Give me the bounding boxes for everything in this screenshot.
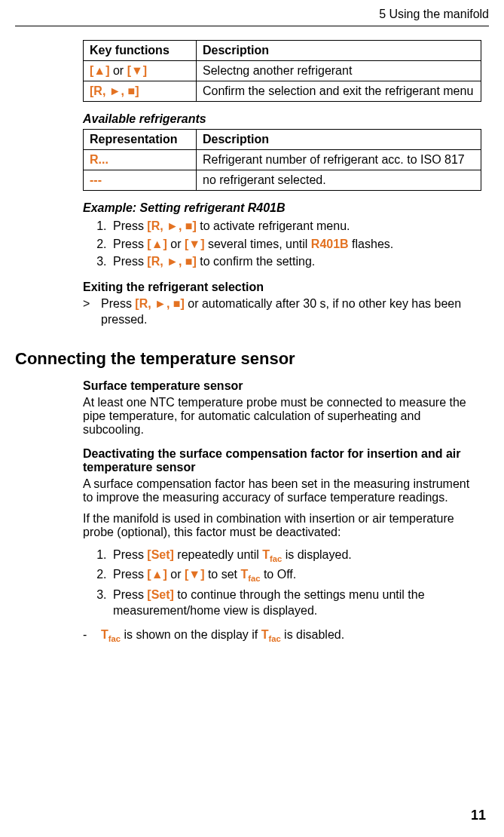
text: Press	[113, 238, 147, 250]
sep-or: or	[110, 64, 127, 77]
cell-desc: Refrigerant number of refrigerant acc. t…	[197, 150, 481, 170]
deactivate-p1: A surface compensation factor has been s…	[83, 477, 481, 504]
text: Press	[113, 568, 147, 581]
key-up: [▲]	[147, 568, 167, 581]
section-number: 5.1.2.	[0, 349, 15, 369]
running-header: 5 Using the manifold	[15, 8, 489, 21]
th-description: Description	[197, 41, 481, 61]
text: Press	[113, 219, 147, 232]
dash-icon: -	[83, 627, 101, 645]
th-description: Description	[197, 130, 481, 150]
list-item: - Tfac is shown on the display if Tfac i…	[83, 627, 481, 645]
tfac-symbol: Tfac	[261, 628, 281, 641]
th-representation: Representation	[84, 130, 197, 150]
bullet-icon: >	[83, 296, 101, 328]
key-set: [Set]	[147, 548, 174, 561]
text: or	[167, 568, 185, 581]
exit-heading: Exiting the refrigerant selection	[83, 281, 481, 294]
cell-desc: Selectng another refrigerant	[197, 61, 481, 81]
text: is shown on the display if	[121, 628, 261, 641]
table-row: --- no refrigerant selected.	[84, 170, 481, 191]
example-heading: Example: Setting refrigerant R401B	[83, 201, 481, 215]
tfac-symbol: Tfac	[101, 628, 121, 641]
list-item: Press [▲] or [▼] to set Tfac to Off.	[110, 566, 481, 584]
text: or	[167, 238, 185, 250]
rep-r: R...	[90, 153, 108, 166]
key-down: [▼]	[185, 238, 205, 250]
key-confirm: [R, ►, ■]	[147, 255, 197, 268]
subhead-available-refrigerants: Available refrigerants	[83, 112, 481, 126]
deactivate-p2: If the manifold is used in combination w…	[83, 512, 481, 539]
text: repeatedly until	[174, 548, 262, 561]
tfac-symbol: Tfac	[262, 548, 282, 561]
surface-heading: Surface temperature sensor	[83, 379, 481, 393]
example-steps: Press [R, ►, ■] to activate refrigerant …	[83, 218, 481, 270]
section-heading: 5.1.2. Connecting the temperature sensor	[15, 349, 489, 369]
cell-desc: Confirm the selection and exit the refri…	[197, 81, 481, 102]
section-title: Connecting the temperature sensor	[15, 349, 295, 369]
tfac-symbol: Tfac	[241, 568, 261, 581]
text: to confirm the setting.	[197, 255, 315, 268]
key-up: [▲]	[147, 238, 167, 250]
surface-body: At least one NTC temperature probe must …	[83, 396, 481, 437]
result-list: - Tfac is shown on the display if Tfac i…	[83, 627, 481, 645]
key-set: [Set]	[147, 588, 174, 601]
page-number: 11	[471, 808, 486, 823]
list-item: Press [Set] repeatedly until Tfac is dis…	[110, 547, 481, 565]
list-item: Press [R, ►, ■] to confirm the setting.	[110, 253, 481, 270]
deactivate-heading: Deactivating the surface compensation fa…	[83, 447, 481, 474]
text: is disabled.	[281, 628, 345, 641]
header-rule	[15, 26, 489, 26]
text: to activate refrigerant menu.	[197, 219, 350, 232]
text: Press	[113, 255, 147, 268]
refrigerants-table: Representation Description R... Refriger…	[83, 129, 481, 191]
cell-desc: no refrigerant selected.	[197, 170, 481, 191]
list-item: > Press [R, ►, ■] or automatically after…	[83, 296, 481, 328]
list-item: Press [▲] or [▼] several times, until R4…	[110, 236, 481, 253]
refrigerant-code: R401B	[311, 238, 349, 250]
key-confirm: [R, ►, ■]	[147, 219, 197, 232]
text: to set	[204, 568, 240, 581]
key-down: [▼]	[185, 568, 205, 581]
rep-none: ---	[90, 173, 102, 186]
exit-list: > Press [R, ►, ■] or automatically after…	[83, 296, 481, 328]
text: Press	[113, 548, 147, 561]
table-row: R... Refrigerant number of refrigerant a…	[84, 150, 481, 170]
text: to Off.	[260, 568, 296, 581]
text: flashes.	[349, 238, 394, 250]
text: several times, until	[204, 238, 310, 250]
list-item: Press [Set] to continue through the sett…	[110, 587, 481, 619]
deactivate-steps: Press [Set] repeatedly until Tfac is dis…	[83, 547, 481, 619]
text: Press	[113, 588, 147, 601]
table-row: [R, ►, ■] Confirm the selection and exit…	[84, 81, 481, 102]
key-functions-table: Key functions Description [▲] or [▼] Sel…	[83, 40, 481, 102]
text: Press	[101, 297, 135, 310]
list-item: Press [R, ►, ■] to activate refrigerant …	[110, 218, 481, 235]
key-down: [▼]	[127, 64, 148, 77]
th-key-functions: Key functions	[84, 41, 197, 61]
key-confirm: [R, ►, ■]	[135, 297, 185, 310]
table-row: [▲] or [▼] Selectng another refrigerant	[84, 61, 481, 81]
key-up: [▲]	[90, 64, 110, 77]
key-confirm: [R, ►, ■]	[90, 84, 139, 97]
text: is displayed.	[282, 548, 352, 561]
